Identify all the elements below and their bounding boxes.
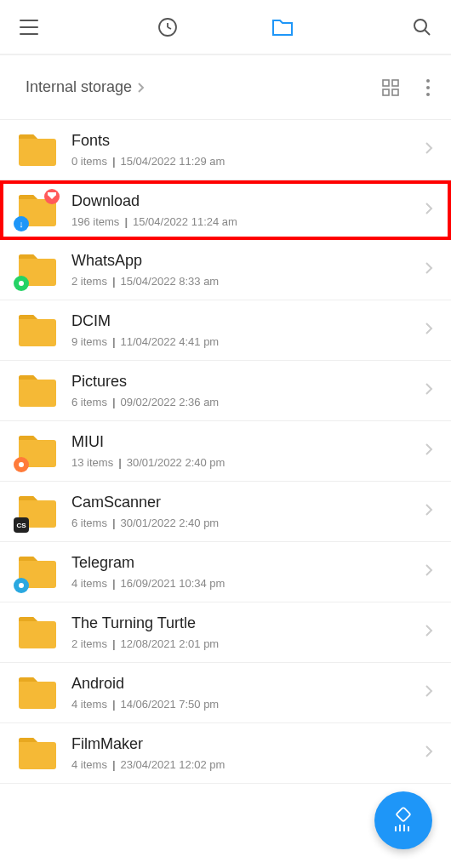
chevron-right-icon [424, 140, 434, 159]
folder-meta: 13 items|30/01/2022 2:40 pm [71, 456, 424, 469]
folder-name: DCIM [71, 312, 424, 330]
clean-fab[interactable] [374, 791, 432, 849]
chevron-right-icon [424, 562, 434, 581]
menu-icon[interactable] [19, 18, 39, 37]
folder-meta: 4 items|16/09/2021 10:34 pm [71, 577, 424, 590]
svg-line-7 [425, 30, 430, 35]
folder-row[interactable]: WhatsApp2 items|15/04/2022 8:33 am [0, 240, 451, 300]
chevron-right-icon [424, 442, 434, 460]
svg-rect-10 [383, 89, 389, 95]
folder-row[interactable]: DCIM9 items|11/04/2022 4:41 pm [0, 300, 451, 361]
folder-row[interactable]: Fonts0 items|15/04/2022 11:29 am [0, 120, 451, 180]
svg-point-13 [426, 86, 430, 89]
svg-point-15 [19, 281, 24, 286]
folder-row[interactable]: FilmMaker4 items|23/04/2021 12:02 pm [0, 723, 451, 784]
folder-meta: 0 items|15/04/2022 11:29 am [71, 155, 424, 168]
chevron-right-icon [424, 381, 434, 400]
search-icon[interactable] [412, 17, 432, 37]
folder-icon [17, 373, 56, 408]
folder-meta: 6 items|09/02/2022 2:36 am [71, 396, 424, 408]
svg-point-12 [426, 79, 430, 83]
breadcrumb[interactable]: Internal storage [26, 78, 146, 96]
folder-row[interactable]: The Turning Turtle2 items|12/08/2021 2:0… [0, 602, 451, 663]
folder-row[interactable]: ↓Download196 items|15/04/2022 11:24 am [0, 180, 451, 240]
folder-tab-icon[interactable] [271, 17, 294, 37]
chevron-right-icon [424, 201, 434, 220]
chevron-right-icon [424, 260, 434, 279]
breadcrumb-title: Internal storage [26, 78, 132, 96]
folder-meta: 4 items|23/04/2021 12:02 pm [71, 758, 424, 771]
folder-name: CamScanner [71, 494, 424, 511]
folder-meta: 2 items|12/08/2021 2:01 pm [71, 637, 424, 650]
svg-point-14 [426, 93, 430, 96]
folder-name: Fonts [71, 132, 424, 150]
folder-name: Download [71, 192, 424, 210]
chevron-right-icon [424, 502, 434, 521]
more-menu-icon[interactable] [425, 78, 431, 97]
folder-meta: 4 items|14/06/2021 7:50 pm [71, 698, 424, 711]
folder-icon: ↓ [17, 192, 56, 228]
folder-badge-icon [14, 276, 29, 291]
folder-icon: CS [17, 494, 56, 529]
folder-icon [17, 614, 56, 650]
chevron-right-icon [424, 321, 434, 340]
svg-rect-18 [397, 808, 411, 822]
folder-meta: 9 items|11/04/2022 4:41 pm [71, 335, 424, 348]
folder-icon [17, 433, 56, 469]
folder-icon [17, 675, 56, 711]
folder-badge-icon [14, 457, 29, 472]
folder-icon [17, 132, 56, 168]
chevron-right-icon [137, 82, 146, 94]
chevron-right-icon [424, 623, 434, 642]
folder-badge-icon [14, 578, 29, 593]
svg-rect-9 [392, 80, 398, 86]
folder-name: Telegram [71, 554, 424, 572]
chevron-right-icon [424, 744, 434, 762]
svg-rect-11 [392, 89, 398, 95]
svg-point-16 [19, 462, 24, 467]
folder-row[interactable]: Pictures6 items|09/02/2022 2:36 am [0, 361, 451, 421]
folder-icon [17, 252, 56, 288]
broom-icon [389, 806, 418, 835]
folder-icon [17, 554, 56, 590]
folder-badge-icon [44, 189, 60, 204]
svg-point-17 [19, 583, 24, 588]
folder-name: Android [71, 675, 424, 693]
folder-row[interactable]: Telegram4 items|16/09/2021 10:34 pm [0, 542, 451, 602]
svg-point-6 [414, 20, 426, 31]
folder-meta: 6 items|30/01/2022 2:40 pm [71, 517, 424, 529]
svg-rect-8 [383, 80, 389, 86]
folder-badge-icon: CS [14, 517, 29, 533]
folder-icon [17, 735, 56, 771]
folder-row[interactable]: Android4 items|14/06/2021 7:50 pm [0, 663, 451, 723]
folder-meta: 2 items|15/04/2022 8:33 am [71, 275, 424, 288]
folder-name: FilmMaker [71, 735, 424, 753]
folder-row[interactable]: CSCamScanner6 items|30/01/2022 2:40 pm [0, 482, 451, 542]
svg-line-5 [168, 27, 171, 29]
grid-view-icon[interactable] [381, 78, 400, 97]
folder-name: WhatsApp [71, 252, 424, 270]
folder-name: MIUI [71, 433, 424, 451]
folder-meta: 196 items|15/04/2022 11:24 am [71, 215, 424, 228]
folder-name: Pictures [71, 373, 424, 391]
chevron-right-icon [424, 683, 434, 702]
folder-badge-icon: ↓ [14, 216, 29, 231]
folder-icon [17, 312, 56, 348]
folder-row[interactable]: MIUI13 items|30/01/2022 2:40 pm [0, 421, 451, 482]
recent-tab-icon[interactable] [157, 17, 178, 37]
folder-name: The Turning Turtle [71, 614, 424, 632]
